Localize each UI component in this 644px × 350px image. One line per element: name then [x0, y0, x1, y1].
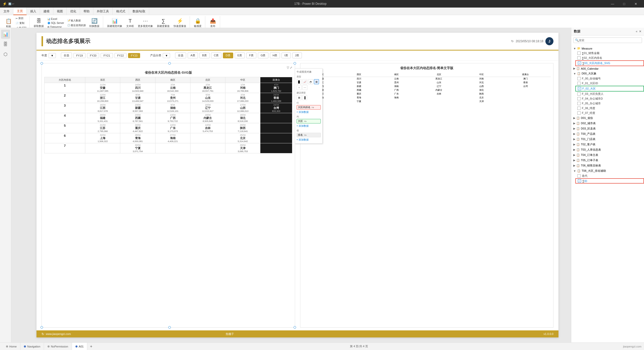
add-row-field[interactable]: + 添加数据: [297, 110, 321, 114]
checkbox-sales[interactable]: [577, 52, 581, 55]
tree-d02-header[interactable]: ▶ 📋 D02_城市表: [571, 121, 644, 126]
suggest-1-icon[interactable]: ⊞: [297, 95, 302, 100]
product-d-btn[interactable]: D类: [223, 53, 233, 58]
field-tag-rank-arrow[interactable]: ›: [313, 106, 314, 109]
tab-a01[interactable]: A01: [72, 343, 88, 350]
selection-handle-tl[interactable]: [41, 62, 43, 65]
tree-t08-header[interactable]: ▼ 📋 T08_大区_排名辅助: [571, 168, 644, 173]
close-button[interactable]: ✕: [630, 0, 641, 8]
year-fy19-btn[interactable]: FY19: [73, 53, 86, 58]
selection-handle-tr[interactable]: [294, 62, 296, 65]
tree-d01-header[interactable]: ▶ 📋 D01_省份: [571, 115, 644, 121]
tree-calendar-header[interactable]: ▶ 📋 A00_Calendar: [571, 66, 644, 71]
field-tag-daqu-arrow[interactable]: ›: [306, 120, 306, 123]
tab-insert[interactable]: 插入: [27, 8, 40, 15]
year-all-btn[interactable]: 全选: [61, 53, 72, 58]
tab-format[interactable]: 格式式: [113, 8, 129, 15]
field-tag-rank-remove[interactable]: ✕: [311, 106, 313, 109]
maximize-button[interactable]: □: [618, 0, 630, 8]
left-chart[interactable]: ▽ ⤢ 省份在本大区内动态排名-SVG版 大区内排名 东区 西区 南区 北区 中…: [42, 63, 295, 328]
tree-t00-header[interactable]: ▶ 📋 T00_产品表: [571, 131, 644, 137]
product-f-btn[interactable]: F类: [246, 53, 256, 58]
tree-item-f03[interactable]: F_03_大区负责人: [575, 92, 644, 96]
product-a-btn[interactable]: A类: [188, 53, 198, 58]
tree-item-f00[interactable]: F_00_自动编号: [575, 76, 644, 81]
product-filter-dropdown[interactable]: ▼: [163, 53, 170, 58]
checkbox-f05[interactable]: [577, 102, 581, 105]
right-chart[interactable]: 省份在本大区内动态排名-简单文字版 东区 西区 南区 北区 中区 港澳台: [300, 63, 554, 328]
field-tag-paiming[interactable]: 排名 ✕ ›: [297, 133, 321, 137]
checkbox-f07[interactable]: [577, 111, 581, 115]
field-tag-rank[interactable]: 大区内排名 ✕ ›: [297, 105, 321, 110]
window-controls[interactable]: — □ ✕: [607, 0, 641, 8]
sidebar-report-icon[interactable]: 📊: [1, 30, 10, 39]
selection-handle-tm[interactable]: [168, 62, 171, 65]
product-e-btn[interactable]: E类: [235, 53, 245, 58]
tree-t05-header[interactable]: ▶ 📋 T05_订单子表: [571, 158, 644, 163]
search-box[interactable]: 🔍: [573, 37, 642, 43]
add-page-button[interactable]: +: [87, 343, 95, 350]
tree-item-iterate[interactable]: 迭代: [575, 173, 644, 178]
viz-table-icon[interactable]: ⊞: [314, 79, 319, 84]
tab-file[interactable]: 文件: [0, 8, 13, 15]
tree-item-f06[interactable]: F_06_纬度: [575, 106, 644, 111]
tab-optimize[interactable]: 优化: [67, 8, 80, 15]
tree-item-f07[interactable]: F_07_经度: [575, 111, 644, 115]
cut-button[interactable]: ✂ 剪切: [15, 16, 27, 21]
filter-icon[interactable]: ▽: [287, 66, 289, 69]
tree-t03-header[interactable]: ▶ 📋 T03_人库信息表: [571, 147, 644, 152]
add-val-field[interactable]: + 添加数据: [297, 138, 321, 142]
tree-t01-header[interactable]: ▶ 📋 T01_门店表: [571, 137, 644, 142]
field-tag-paiming-remove[interactable]: ✕: [304, 134, 306, 137]
year-fy20-btn[interactable]: FY20: [87, 53, 99, 58]
suggest-2-icon[interactable]: ▐: [302, 95, 307, 100]
copy-button[interactable]: 📄 复制: [15, 21, 27, 25]
tab-help[interactable]: 帮助: [80, 8, 93, 15]
checkbox-f03[interactable]: [577, 92, 581, 96]
product-i-btn[interactable]: I类: [281, 53, 291, 58]
field-tag-daqu-remove[interactable]: ✕: [304, 120, 306, 123]
checkbox-f04[interactable]: [577, 97, 581, 100]
field-tag-paiming-arrow[interactable]: ›: [306, 134, 306, 137]
selection-handle-br[interactable]: [294, 326, 296, 329]
viz-more-icon[interactable]: ⋯: [302, 85, 307, 90]
tab-home[interactable]: Home: [3, 343, 20, 350]
minimize-button[interactable]: —: [607, 0, 618, 8]
tree-d03-header[interactable]: ▶ 📋 D03_区县表: [571, 126, 644, 131]
tab-modeling[interactable]: 建模: [40, 8, 53, 15]
tree-t04-header[interactable]: ▶ 📋 T04_订单主表: [571, 152, 644, 158]
search-input[interactable]: [579, 39, 640, 42]
selection-handle-bm[interactable]: [168, 326, 171, 329]
tree-item-f05[interactable]: F_05_办公城市: [575, 101, 644, 106]
tree-item-f02[interactable]: F_02_大区: [575, 86, 644, 92]
checkbox-iterate[interactable]: [577, 174, 581, 178]
panel-close-btn[interactable]: ✕: [639, 30, 641, 33]
tree-daqu-header[interactable]: ▼ 📋 D00_大区象: [571, 71, 644, 76]
tree-item-f01[interactable]: F_01_大区ID: [575, 81, 644, 86]
product-g-btn[interactable]: G类: [258, 53, 268, 58]
checkbox-f00[interactable]: [577, 77, 581, 80]
product-b-btn[interactable]: B类: [199, 53, 210, 58]
year-fy21-btn[interactable]: FY21: [101, 53, 113, 58]
year-fy23-btn[interactable]: FY23: [128, 53, 140, 58]
add-col-field[interactable]: + 添加数据: [297, 124, 321, 128]
tree-measure-header[interactable]: ▼ 📁 Measure: [571, 46, 644, 51]
tree-t02-header[interactable]: ▶ 📋 T02_客户表: [571, 142, 644, 147]
sql-button[interactable]: 🔷 SQL Server: [46, 21, 65, 25]
panel-collapse-btn[interactable]: «: [636, 30, 637, 33]
viz-line-icon[interactable]: 📈: [302, 79, 307, 84]
product-h-btn[interactable]: H类: [270, 53, 280, 58]
input-data-button[interactable]: 📝 输入数据: [66, 18, 87, 23]
checkbox-rank-svg[interactable]: [578, 62, 581, 65]
checkbox-f02[interactable]: [578, 87, 581, 90]
field-tag-daqu[interactable]: 大区 ✕ ›: [297, 119, 321, 123]
tree-item-rank-svg[interactable]: ∑ 03_大区内排名_SVG: [575, 60, 644, 66]
viz-pie-icon[interactable]: ◔: [308, 79, 313, 84]
tree-item-sales[interactable]: ∑ 01_销售金额: [575, 51, 644, 56]
checkbox-f06[interactable]: [577, 107, 581, 110]
tab-external-tools[interactable]: 外部工具: [93, 8, 113, 15]
tree-item-id[interactable]: ∑ ID: [575, 178, 644, 184]
tab-data-drill[interactable]: 数据/钻取: [129, 8, 149, 15]
checkbox-id[interactable]: [578, 179, 581, 183]
checkbox-f01[interactable]: [577, 82, 581, 85]
